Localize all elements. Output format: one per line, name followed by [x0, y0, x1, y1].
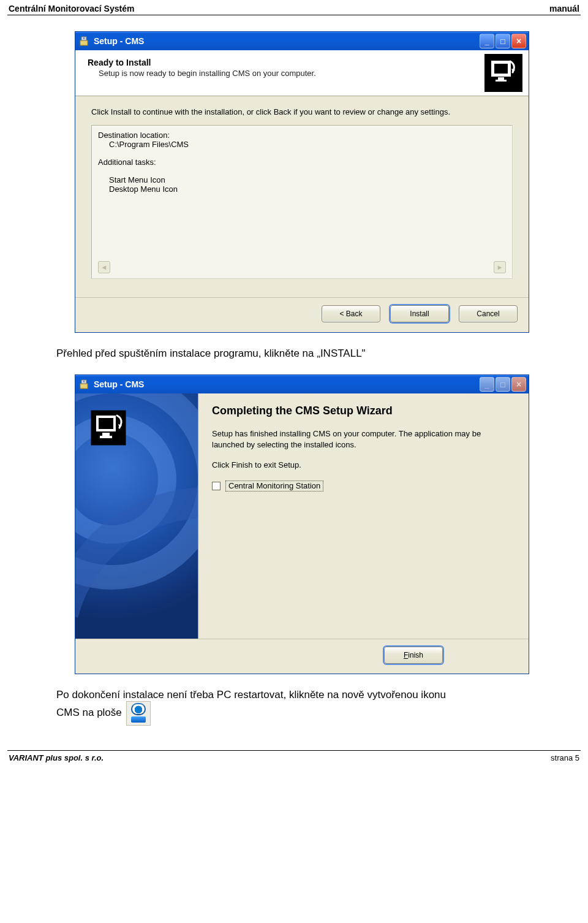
page-footer: VARIANT plus spol. s r.o. strana 5: [7, 750, 581, 765]
titlebar[interactable]: Setup - CMS _ □ ×: [75, 32, 529, 50]
svg-rect-6: [80, 384, 88, 389]
monitor-icon: [484, 54, 522, 92]
svg-rect-14: [100, 436, 112, 438]
wizard-instructions: Click Install to continue with the insta…: [91, 107, 513, 116]
launch-checkbox-row[interactable]: Central Monitoring Station: [212, 480, 515, 492]
install-button[interactable]: Install: [390, 305, 449, 322]
maximize-button[interactable]: □: [496, 34, 510, 48]
footer-left: VARIANT plus spol. s r.o.: [9, 753, 104, 762]
maximize-button: □: [496, 377, 510, 392]
back-button[interactable]: < Back: [322, 305, 380, 322]
finish-text-2: Click Finish to exit Setup.: [212, 460, 515, 471]
wizard-button-bar: < Back Install Cancel: [75, 297, 529, 332]
finish-rest: inish: [408, 651, 423, 659]
page-header-left: Centrální Monitorovací Systém: [9, 4, 134, 13]
scroll-right-icon[interactable]: ►: [494, 261, 506, 273]
svg-rect-5: [496, 80, 507, 82]
finish-underline-char: F: [404, 651, 408, 659]
caption-1: Přehled před spuštěním instalace program…: [56, 348, 522, 360]
finish-button[interactable]: Finish: [384, 647, 443, 664]
cms-desktop-icon: [126, 701, 151, 726]
summary-task-1: Desktop Menu Icon: [109, 184, 506, 194]
manual-page: Centrální Monitorovací Systém manuál Set…: [0, 0, 588, 923]
summary-destination-label: Destination location:: [98, 131, 506, 140]
close-button: ×: [511, 377, 526, 392]
window-title: Setup - CMS: [94, 379, 480, 389]
footer-right: strana 5: [551, 753, 579, 762]
summary-tasks-label: Additional tasks:: [98, 158, 506, 167]
finish-text-1: Setup has finished installing CMS on you…: [212, 428, 515, 450]
summary-task-0: Start Menu Icon: [109, 175, 506, 184]
page-header: Centrální Monitorovací Systém manuál: [7, 0, 581, 15]
wizard-header: Ready to Install Setup is now ready to b…: [75, 50, 529, 96]
wizard-side-panel: [75, 393, 198, 639]
wizard-content: Completing the CMS Setup Wizard Setup ha…: [198, 393, 529, 639]
page-header-right: manuál: [549, 4, 579, 13]
wizard-content: Click Install to continue with the insta…: [75, 96, 529, 297]
minimize-button: _: [480, 377, 494, 392]
install-window-ready: Setup - CMS _ □ × Ready to Install Setup…: [75, 31, 529, 333]
cancel-button[interactable]: Cancel: [459, 305, 518, 322]
close-button[interactable]: ×: [511, 34, 526, 48]
svg-rect-4: [498, 77, 504, 80]
install-summary-box: Destination location: C:\Program Files\C…: [91, 125, 513, 279]
window-title: Setup - CMS: [94, 36, 480, 46]
svg-rect-12: [99, 418, 113, 429]
install-window-finish: Setup - CMS _ □ ×: [75, 374, 529, 674]
svg-rect-3: [494, 64, 508, 74]
minimize-button[interactable]: _: [480, 34, 494, 48]
installer-icon: [79, 379, 90, 390]
scroll-left-icon[interactable]: ◄: [98, 261, 110, 273]
wizard-button-bar: Finish: [75, 639, 529, 674]
caption-2: Po dokončení instalace není třeba PC res…: [56, 689, 522, 726]
svg-rect-13: [102, 433, 110, 436]
caption-2-line-a: Po dokončení instalace není třeba PC res…: [56, 689, 446, 701]
svg-rect-0: [80, 40, 88, 45]
caption-2-line-b: CMS na ploše: [56, 707, 122, 718]
installer-icon: [79, 36, 90, 47]
launch-checkbox-label: Central Monitoring Station: [225, 480, 323, 492]
launch-checkbox[interactable]: [212, 482, 221, 490]
wizard-subtitle: Setup is now ready to begin installing C…: [99, 69, 478, 78]
wizard-title: Ready to Install: [88, 58, 478, 67]
wizard-big-title: Completing the CMS Setup Wizard: [212, 405, 515, 417]
summary-destination-value: C:\Program Files\CMS: [109, 140, 506, 149]
titlebar[interactable]: Setup - CMS _ □ ×: [75, 375, 529, 393]
